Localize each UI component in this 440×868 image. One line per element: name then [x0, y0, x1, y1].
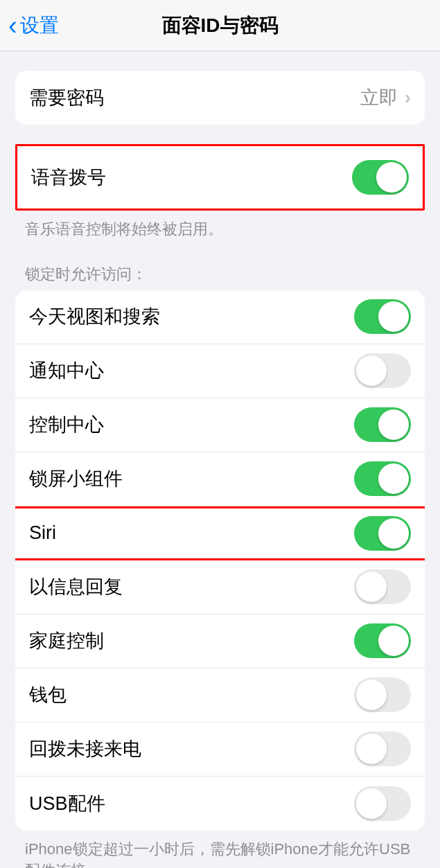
- locked-access-row: 家庭控制: [15, 614, 425, 668]
- locked-access-label: 锁屏小组件: [29, 466, 123, 491]
- locked-access-toggle[interactable]: [354, 353, 411, 388]
- locked-access-toggle[interactable]: [354, 461, 411, 496]
- locked-access-toggle[interactable]: [354, 786, 411, 821]
- require-passcode-value: 立即: [360, 85, 398, 110]
- locked-access-group: 今天视图和搜索通知中心控制中心锁屏小组件Siri以信息回复家庭控制钱包回拨未接来…: [15, 290, 425, 831]
- locked-access-toggle[interactable]: [354, 569, 411, 604]
- locked-access-toggle[interactable]: [354, 299, 411, 334]
- locked-access-row: 回拨未接来电: [15, 723, 425, 777]
- chevron-left-icon: ‹: [8, 12, 17, 39]
- back-button[interactable]: ‹ 设置: [0, 12, 59, 39]
- voice-dial-highlight: 语音拨号: [15, 144, 425, 211]
- locked-access-label: 家庭控制: [29, 628, 104, 653]
- locked-access-toggle[interactable]: [354, 516, 411, 551]
- voice-dial-label: 语音拨号: [31, 165, 106, 190]
- locked-access-row: 以信息回复: [15, 560, 425, 614]
- navbar: ‹ 设置 面容ID与密码: [0, 0, 440, 51]
- locked-access-label: 控制中心: [29, 412, 104, 437]
- locked-access-row: 控制中心: [15, 398, 425, 452]
- locked-access-label: Siri: [29, 522, 56, 544]
- locked-access-label: USB配件: [29, 791, 105, 816]
- locked-access-row: Siri: [15, 506, 425, 560]
- locked-access-label: 回拨未接来电: [29, 736, 141, 761]
- locked-access-toggle[interactable]: [354, 677, 411, 712]
- locked-access-row: USB配件: [15, 777, 425, 831]
- locked-access-row: 锁屏小组件: [15, 452, 425, 506]
- locked-access-footer: iPhone锁定超过一小时后，需先解锁iPhone才能允许USB配件连接。: [25, 839, 415, 868]
- voice-dial-row: 语音拨号: [17, 146, 423, 209]
- chevron-right-icon: ›: [405, 87, 411, 109]
- require-passcode-row[interactable]: 需要密码 立即 ›: [15, 71, 425, 125]
- locked-access-toggle[interactable]: [354, 407, 411, 442]
- voice-dial-footer: 音乐语音控制将始终被启用。: [25, 219, 415, 240]
- back-label: 设置: [20, 12, 59, 39]
- locked-access-toggle[interactable]: [354, 623, 411, 658]
- locked-access-header: 锁定时允许访问：: [25, 264, 415, 285]
- page-title: 面容ID与密码: [0, 12, 440, 39]
- locked-access-row: 今天视图和搜索: [15, 290, 425, 344]
- require-passcode-value-wrap: 立即 ›: [360, 85, 411, 110]
- locked-access-label: 今天视图和搜索: [29, 304, 160, 329]
- locked-access-row: 钱包: [15, 668, 425, 723]
- locked-access-row: 通知中心: [15, 344, 425, 398]
- voice-dial-toggle[interactable]: [352, 160, 409, 195]
- require-passcode-group: 需要密码 立即 ›: [15, 71, 425, 125]
- locked-access-label: 以信息回复: [29, 574, 123, 599]
- locked-access-label: 通知中心: [29, 358, 104, 383]
- require-passcode-label: 需要密码: [29, 85, 104, 110]
- locked-access-toggle[interactable]: [354, 732, 411, 766]
- locked-access-label: 钱包: [29, 682, 67, 707]
